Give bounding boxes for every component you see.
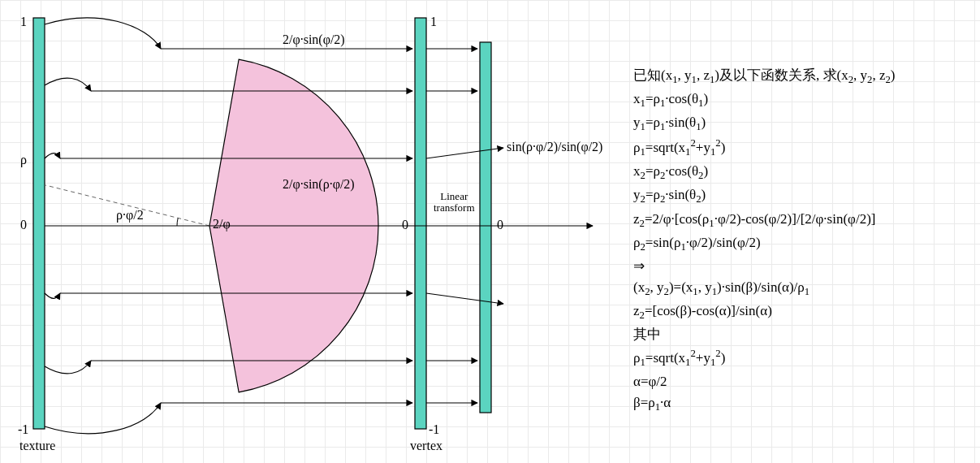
h-arrow-rho-b: [426, 148, 503, 158]
eq-l13: α=φ/2: [633, 371, 974, 392]
mid-bottom-neg1: -1: [429, 422, 439, 437]
linear-transform-label: Linear transform: [434, 191, 475, 214]
eq-l9: (x2, y2)=(x1, y1)·sin(β)/sin(α)/ρ1: [633, 277, 974, 301]
left-zero: 0: [20, 218, 27, 232]
equation-block: 已知(x1, y1, z1)及以下函数关系, 求(x2, y2, z2) x1=…: [633, 65, 974, 416]
curve-arrow-bot3: [45, 293, 60, 298]
angle-arc: [177, 218, 178, 226]
eq-header: 已知(x1, y1, z1)及以下函数关系, 求(x2, y2, z2): [633, 65, 974, 89]
eq-l6: z2=2/φ·[cos(ρ1·φ/2)-cos(φ/2)]/[2/φ·sin(φ…: [633, 209, 974, 232]
curve-arrow-top3: [45, 154, 60, 158]
angle-label: ρ·φ/2: [116, 208, 144, 223]
eq-l12: ρ1=sqrt(x12+y12): [633, 346, 974, 371]
eq-h-end: ): [891, 67, 896, 83]
arrow-top-label: 2/φ·sin(φ/2): [283, 32, 345, 47]
texture-caption: texture: [19, 439, 55, 453]
eq-l3: ρ1=sqrt(x12+y12): [633, 136, 974, 161]
eq-l2: y1=ρ1·sin(θ1): [633, 112, 974, 136]
mid-top-1: 1: [430, 15, 437, 29]
right-result-label: sin(ρ·φ/2)/sin(φ/2): [507, 140, 602, 154]
eq-l5: y2=ρ2·sin(θ2): [633, 184, 974, 208]
left-rho: ρ: [20, 153, 27, 167]
arrow-rho-label: 2/φ·sin(ρ·φ/2): [283, 177, 355, 192]
right-zero: 0: [497, 218, 503, 232]
curve-arrow-bot2: [45, 361, 91, 374]
eq-l10: z2=[cos(β)-cos(α)]/sin(α): [633, 301, 974, 324]
eq-h-pre: 已知(x: [633, 67, 672, 83]
eq-l8: ⇒: [633, 256, 974, 277]
mid-zero: 0: [402, 218, 408, 232]
curve-arrow-bot1: [45, 403, 161, 434]
curve-arrow-top1: [45, 18, 161, 49]
vertex-bar: [415, 18, 426, 429]
left-top-1: 1: [20, 15, 27, 29]
eq-l14: β=ρ1·α: [633, 392, 974, 416]
texture-bar: [33, 18, 45, 429]
eq-l1: x1=ρ1·cos(θ1): [633, 89, 974, 112]
eq-l7: ρ2=sin(ρ1·φ/2)/sin(φ/2): [633, 232, 974, 256]
eq-h-mid: )及以下函数关系, 求(x: [714, 67, 848, 83]
h-arrow-m3-b: [426, 293, 503, 304]
output-bar: [480, 42, 491, 413]
left-bottom-neg1: -1: [18, 422, 28, 437]
vertex-caption: vertex: [410, 439, 443, 453]
eq-l11: 其中: [633, 324, 974, 345]
curve-arrow-top2: [45, 78, 91, 91]
eq-l4: x2=ρ2·cos(θ2): [633, 161, 974, 184]
radius-label: 2/φ: [213, 217, 231, 232]
